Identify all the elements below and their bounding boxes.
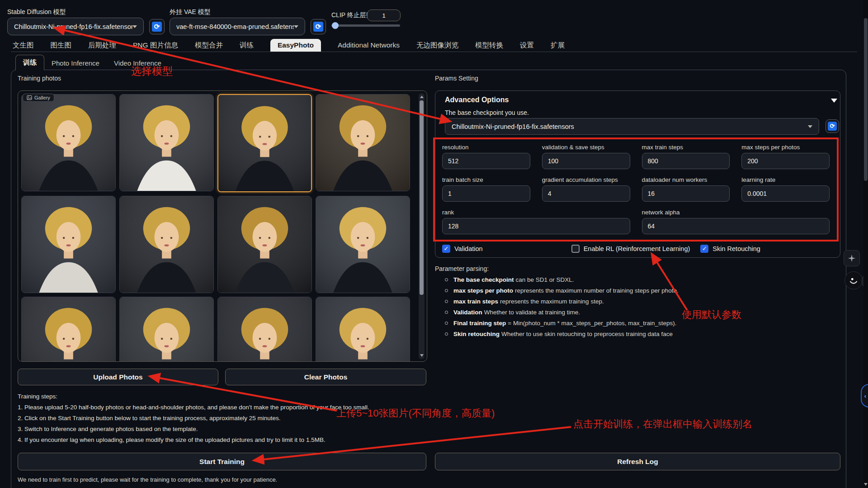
gallery-photo[interactable]	[119, 196, 214, 293]
checkbox-skin-retouching[interactable]: ✓Skin Retouching	[700, 245, 830, 253]
checkpoint-dropdown[interactable]: Chilloutmix-Ni-pruned-fp16-fix.safetenso…	[445, 118, 819, 135]
gallery-photo[interactable]	[21, 196, 116, 293]
gallery-photo[interactable]	[21, 94, 116, 191]
gallery-scrollbar-thumb[interactable]	[420, 100, 424, 295]
param-label-gradient-accumulation-steps: gradient accumulation steps	[542, 176, 630, 183]
floating-eye-button[interactable]	[844, 271, 863, 289]
vae-refresh-button[interactable]: ⟳	[311, 19, 326, 34]
gallery-photo[interactable]	[119, 94, 214, 191]
tab-model-converter[interactable]: 模型转换	[475, 39, 503, 52]
scroll-up-icon[interactable]	[420, 95, 424, 98]
annotation-select-model: 选择模型	[131, 64, 173, 78]
subtab-train[interactable]: 训练	[15, 55, 44, 70]
main-tab-bar: 文生图图生图后期处理PNG 图片信息模型合并训练EasyPhotoAdditio…	[13, 39, 565, 52]
tab-easyphoto[interactable]: EasyPhoto	[270, 39, 321, 52]
drawer-toggle[interactable]: ‹	[861, 384, 868, 407]
bullet-icon	[445, 278, 448, 281]
bullet-icon	[445, 332, 448, 336]
chevron-down-icon[interactable]	[831, 99, 837, 103]
tab-additional-networks[interactable]: Additional Networks	[338, 39, 400, 52]
param-field-validation-save-steps: validation & save steps	[542, 144, 630, 169]
param-input-network-alpha[interactable]	[642, 218, 830, 234]
param-field-resolution: resolution	[442, 144, 530, 169]
checkbox-validation[interactable]: ✓Validation	[442, 245, 571, 253]
gallery-photo[interactable]	[217, 196, 312, 293]
param-input-train-batch-size[interactable]	[442, 185, 530, 202]
param-input-validation-save-steps[interactable]	[542, 153, 630, 169]
param-label-resolution: resolution	[442, 144, 530, 151]
param-input-max-train-steps[interactable]	[642, 153, 730, 169]
tab-txt2img[interactable]: 文生图	[13, 39, 34, 52]
checkbox-row: ✓ValidationEnable RL (Reinforcement Lear…	[442, 245, 830, 253]
tab-extras[interactable]: 后期处理	[88, 39, 116, 52]
portrait-photo	[120, 196, 213, 293]
page-scrollbar-thumb[interactable]	[864, 18, 868, 181]
advanced-options-header[interactable]: Advanced Options	[445, 96, 509, 104]
param-input-resolution[interactable]	[442, 153, 530, 169]
scroll-down-icon[interactable]	[420, 354, 424, 357]
param-input-max-steps-per-photos[interactable]	[741, 153, 830, 169]
clear-photos-button[interactable]: Clear Photos	[225, 369, 426, 385]
bullet-icon	[445, 300, 448, 303]
param-input-rank[interactable]	[442, 218, 630, 234]
checkpoint-value: Chilloutmix-Ni-pruned-fp16-fix.safetenso…	[452, 123, 574, 130]
gallery-photo[interactable]	[119, 297, 214, 362]
tab-train[interactable]: 训练	[240, 39, 254, 52]
params-setting-label: Params Setting	[435, 75, 478, 82]
subtab-photo-inference[interactable]: Photo Inference	[44, 56, 107, 70]
portrait-photo	[316, 196, 410, 293]
checkbox-label: Validation	[454, 245, 483, 252]
portrait-photo	[120, 95, 213, 191]
floating-tool-button[interactable]	[844, 250, 860, 266]
tab-settings[interactable]: 设置	[520, 39, 534, 52]
gallery-scrollbar[interactable]	[419, 93, 425, 359]
portrait-photo	[22, 297, 115, 362]
parsing-item: max train stepsrepresents the maximum tr…	[445, 296, 679, 307]
sd-model-value: Chilloutmix-Ni-pruned-fp16-fix.safetenso…	[14, 23, 132, 30]
portrait-photo	[120, 297, 213, 362]
param-input-dataloader-num-workers[interactable]	[642, 185, 730, 202]
checkbox-unchecked-icon[interactable]	[571, 245, 580, 253]
scroll-down-icon[interactable]	[864, 483, 868, 486]
chevron-down-icon	[294, 25, 298, 28]
clip-skip-slider-handle[interactable]	[332, 22, 339, 29]
param-field-gradient-accumulation-steps: gradient accumulation steps	[542, 176, 630, 202]
gallery-photo[interactable]	[316, 196, 410, 293]
gallery-photo[interactable]	[316, 94, 410, 191]
tab-checkpoint-merger[interactable]: 模型合并	[195, 39, 223, 52]
vae-model-dropdown[interactable]: vae-ft-mse-840000-ema-pruned.safetensors	[170, 18, 305, 35]
param-label-dataloader-num-workers: dataloader num workers	[642, 176, 730, 183]
checkpoint-hint: The base checkpoint you use.	[445, 109, 529, 116]
checkpoint-refresh-button[interactable]: ⟳	[826, 119, 839, 133]
tab-infinite-image-browsing[interactable]: 无边图像浏览	[416, 39, 458, 52]
gallery-photo[interactable]	[217, 297, 312, 362]
checkbox-enable-rl-reinforcement-learning[interactable]: Enable RL (Reinforcement Learning)	[571, 245, 701, 253]
gallery-photo[interactable]	[316, 297, 410, 362]
bullet-icon	[445, 322, 448, 325]
portrait-photo	[316, 95, 410, 191]
param-input-gradient-accumulation-steps[interactable]	[542, 185, 630, 202]
checkbox-checked-icon[interactable]: ✓	[442, 245, 450, 253]
param-input-learning-rate[interactable]	[741, 185, 830, 202]
sd-model-label: Stable Diffusion 模型	[7, 8, 66, 16]
page-scrollbar[interactable]	[863, 0, 868, 488]
chevron-left-icon: ‹	[864, 393, 866, 399]
training-step-line: 2. Click on the Start Training button be…	[18, 415, 281, 422]
gallery-photo[interactable]	[21, 297, 116, 362]
parameter-parsing-list: The base checkpointcan be SD1 or SDXL.ma…	[445, 274, 679, 339]
gallery-photo-selected[interactable]	[217, 94, 312, 192]
tab-img2img[interactable]: 图生图	[51, 39, 72, 52]
clip-skip-input[interactable]	[367, 9, 401, 21]
upload-photos-button[interactable]: Upload Photos	[18, 369, 218, 385]
start-training-button[interactable]: Start Training	[18, 453, 426, 470]
param-label-max-train-steps: max train steps	[642, 144, 730, 151]
tab-png-info[interactable]: PNG 图片信息	[133, 39, 178, 52]
checkbox-checked-icon[interactable]: ✓	[700, 245, 708, 253]
parsing-item: max steps per photorepresents the maximu…	[445, 285, 679, 296]
sd-model-refresh-button[interactable]: ⟳	[149, 19, 165, 34]
tab-extensions[interactable]: 扩展	[551, 39, 565, 52]
sd-model-dropdown[interactable]: Chilloutmix-Ni-pruned-fp16-fix.safetenso…	[7, 18, 144, 35]
clip-skip-slider[interactable]	[331, 24, 400, 27]
refresh-log-button[interactable]: Refresh Log	[435, 453, 840, 470]
training-steps-title: Training steps:	[18, 393, 57, 400]
